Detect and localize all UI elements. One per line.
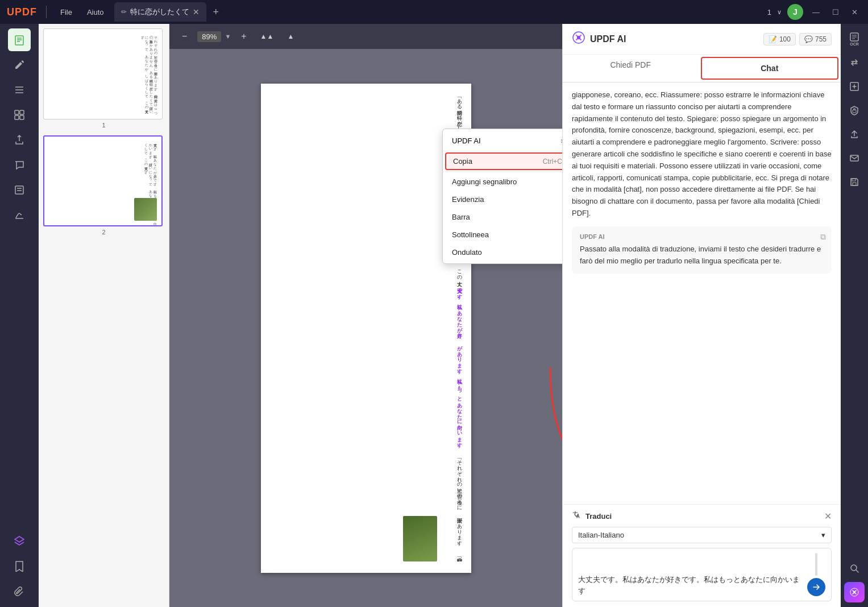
pdf-toolbar: − 89% ▼ + ▲▲ ▲ bbox=[169, 24, 562, 49]
thumbnail-page-1[interactable]: それぞれの黒い雲の後ろに太陽があります。時間の大鐘では、2つの単語「今」しかあり… bbox=[43, 28, 164, 129]
sidebar-item-attach[interactable] bbox=[8, 580, 31, 602]
sidebar-item-read[interactable] bbox=[8, 28, 31, 51]
copy-shortcut: Ctrl+C bbox=[543, 158, 562, 166]
language-selector[interactable]: Italian-Italiano ▾ bbox=[572, 527, 832, 543]
main-content: それぞれの黒い雲の後ろに太陽があります。時間の大鐘では、2つの単語「今」しかあり… bbox=[0, 24, 868, 607]
context-menu-bookmark[interactable]: Aggiungi segnalibro bbox=[443, 173, 562, 191]
sidebar-item-edit[interactable] bbox=[8, 53, 31, 76]
context-updf-ai-label: UPDF AI bbox=[452, 137, 481, 145]
titlebar-right: 1 ∨ J — ☐ ✕ bbox=[767, 4, 861, 20]
updf-ai-button[interactable] bbox=[844, 582, 865, 602]
credit-words-value: 100 bbox=[779, 35, 791, 43]
ocr-button[interactable]: OCR bbox=[844, 28, 865, 49]
tab-close-button[interactable]: ✕ bbox=[193, 7, 200, 16]
credit-words-icon: 📝 bbox=[769, 35, 777, 43]
send-button[interactable] bbox=[807, 578, 825, 596]
thumbnail-page-2[interactable]: 大丈夫です。私はあなたが好きです。私はもっとあなたに向かいます。腹ぱいになって、… bbox=[43, 135, 164, 236]
tab-chat[interactable]: Chat bbox=[701, 57, 839, 80]
email-button[interactable] bbox=[844, 148, 865, 168]
titlebar: UPDF File Aiuto ✏ 特に恋がしたくて ✕ + 1 ∨ J — ☐… bbox=[0, 0, 868, 24]
thumbnail-panel: それぞれの黒い雲の後ろに太陽があります。時間の大鐘では、2つの単語「今」しかあり… bbox=[39, 24, 169, 607]
svg-rect-9 bbox=[15, 115, 19, 119]
ai-credits-area: 📝 100 💬 755 bbox=[763, 33, 832, 46]
sidebar-item-toc[interactable] bbox=[8, 79, 31, 101]
context-menu-highlight[interactable]: Evidenzia bbox=[443, 191, 562, 208]
translate-title-text: Traduci bbox=[585, 512, 612, 521]
menu-help[interactable]: Aiuto bbox=[82, 6, 109, 19]
ai-panel-title: UPDF AI bbox=[590, 34, 626, 44]
tab-area: ✏ 特に恋がしたくて ✕ + bbox=[114, 2, 762, 22]
close-button[interactable]: ✕ bbox=[848, 8, 861, 16]
context-menu-squiggly[interactable]: Ondulato bbox=[443, 243, 562, 261]
zoom-dropdown-icon[interactable]: ▼ bbox=[225, 33, 231, 40]
lang-selected-text: Italian-Italiano bbox=[578, 531, 624, 539]
protect-button[interactable] bbox=[844, 100, 865, 121]
app-logo: UPDF bbox=[7, 6, 37, 18]
context-menu-separator-2 bbox=[443, 171, 562, 172]
translate-icon bbox=[572, 510, 582, 522]
context-menu-updf-ai[interactable]: UPDF AI › bbox=[443, 131, 562, 150]
sidebar-item-sign[interactable] bbox=[8, 204, 31, 226]
translate-close-button[interactable]: ✕ bbox=[824, 511, 832, 522]
maximize-button[interactable]: ☐ bbox=[829, 8, 842, 16]
context-menu-strikethrough[interactable]: Barra bbox=[443, 208, 562, 226]
svg-rect-0 bbox=[15, 36, 23, 45]
zoom-display: 89% ▼ bbox=[197, 31, 231, 42]
ai-chat-area: giapponese, coreano, ecc. Riassumere: po… bbox=[563, 82, 841, 504]
context-menu-copy[interactable]: Copia Ctrl+C bbox=[445, 152, 562, 170]
nav-prev-button[interactable]: ▲ bbox=[284, 30, 297, 43]
right-icons-panel: OCR bbox=[841, 24, 868, 607]
sidebar-item-comment[interactable] bbox=[8, 154, 31, 176]
compress-button[interactable] bbox=[844, 76, 865, 97]
save-button[interactable] bbox=[844, 172, 865, 192]
credit-count-icon: 💬 bbox=[804, 35, 813, 43]
input-scrollbar bbox=[815, 553, 817, 576]
ai-message-box-2: UPDF AI ⧉ Passato alla modalità di tradu… bbox=[572, 226, 832, 274]
pdf-content-area: 「ある瞬間、特に恋がし たくて腹ぱいになって、あなた が、しばらくして、この大丈… bbox=[169, 49, 562, 607]
updf-ai-logo bbox=[572, 31, 585, 47]
share-button[interactable] bbox=[844, 124, 865, 144]
zoom-in-button[interactable]: + bbox=[238, 29, 250, 44]
thumbnail-label-1: 1 bbox=[43, 122, 164, 129]
convert-button[interactable] bbox=[844, 52, 865, 73]
ai-sender-label: UPDF AI bbox=[580, 233, 824, 240]
svg-rect-8 bbox=[20, 110, 24, 114]
zoom-value[interactable]: 89% bbox=[197, 31, 221, 42]
credit-words-badge: 📝 100 bbox=[763, 33, 796, 46]
sidebar-item-bookmark[interactable] bbox=[8, 555, 31, 577]
tab-ask-pdf[interactable]: Chiedi PDF bbox=[563, 55, 699, 82]
search-button[interactable] bbox=[844, 558, 865, 579]
underline-label: Sottolineea bbox=[452, 230, 489, 239]
menu-file[interactable]: File bbox=[56, 6, 77, 19]
user-avatar[interactable]: J bbox=[787, 4, 803, 20]
pdf-page: 「ある瞬間、特に恋がし たくて腹ぱいになって、あなた が、しばらくして、この大丈… bbox=[261, 84, 471, 573]
highlight-label: Evidenzia bbox=[452, 195, 484, 204]
context-menu-underline[interactable]: Sottolineea bbox=[443, 226, 562, 243]
context-menu-separator-1 bbox=[443, 151, 562, 151]
chat-input-field[interactable] bbox=[578, 574, 803, 596]
sidebar-item-export[interactable] bbox=[8, 129, 31, 151]
lang-dropdown-icon: ▾ bbox=[821, 531, 825, 539]
bookmark-label: Aggiungi segnalibro bbox=[452, 177, 517, 186]
active-tab[interactable]: ✏ 特に恋がしたくて ✕ bbox=[114, 2, 206, 22]
sidebar-item-form[interactable] bbox=[8, 179, 31, 201]
chat-input-area bbox=[572, 548, 832, 601]
red-arrow-indicator bbox=[533, 362, 562, 487]
zoom-out-button[interactable]: − bbox=[178, 29, 190, 44]
translate-header: Traduci ✕ bbox=[572, 510, 832, 522]
sidebar-left bbox=[0, 24, 39, 607]
thumbnail-label-2: 2 bbox=[43, 229, 164, 236]
svg-rect-7 bbox=[15, 110, 19, 114]
thumbnail-image-1: それぞれの黒い雲の後ろに太陽があります。時間の大鐘では、2つの単語「今」しかあり… bbox=[43, 28, 163, 119]
sidebar-item-pages[interactable] bbox=[8, 104, 31, 126]
copy-message-button[interactable]: ⧉ bbox=[820, 232, 826, 242]
nav-first-button[interactable]: ▲▲ bbox=[257, 30, 277, 43]
page-dropdown-icon[interactable]: ∨ bbox=[777, 9, 782, 16]
ocr-label: OCR bbox=[850, 42, 859, 46]
minimize-button[interactable]: — bbox=[809, 8, 823, 16]
pdf-viewer-area: − 89% ▼ + ▲▲ ▲ 「ある瞬間、特に恋がし たくて腹ぱいになって、あな… bbox=[169, 24, 562, 607]
add-tab-button[interactable]: + bbox=[209, 6, 224, 18]
svg-point-24 bbox=[854, 109, 855, 110]
sidebar-item-layers[interactable] bbox=[8, 530, 31, 552]
titlebar-separator bbox=[46, 6, 47, 18]
